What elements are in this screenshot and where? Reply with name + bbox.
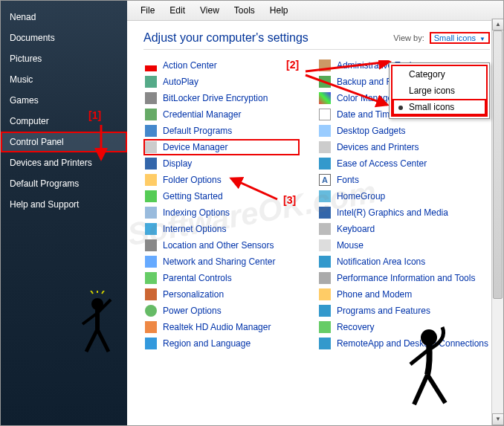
pow-icon (145, 305, 157, 317)
cp-item-device-manager[interactable]: Device Manager (143, 139, 300, 155)
cp-item-power-options[interactable]: Power Options (143, 303, 300, 319)
cp-item-desktop-gadgets[interactable]: Desktop Gadgets (317, 123, 490, 139)
cp-item-notification-area-icons[interactable]: Notification Area Icons (317, 254, 490, 270)
phone-icon (319, 288, 331, 300)
dropdown-option-large-icons[interactable]: Large icons (392, 83, 486, 99)
cp-item-label: Personalization (163, 289, 224, 300)
sidebar-item-documents[interactable]: Documents (1, 28, 127, 48)
cp-item-label: HomeGroup (337, 191, 385, 201)
cp-item-label: Indexing Options (163, 207, 230, 218)
ie-icon (145, 223, 157, 235)
cp-item-label: BitLocker Drive Encryption (163, 93, 268, 103)
cp-item-folder-options[interactable]: Folder Options (143, 172, 300, 188)
dropdown-option-label: Category (409, 69, 445, 80)
scroll-down-button[interactable]: ▼ (492, 413, 504, 425)
view-by-label: View by: (393, 33, 424, 42)
remote-icon (319, 338, 331, 349)
cp-item-getting-started[interactable]: Getting Started (143, 188, 300, 204)
cp-item-display[interactable]: Display (143, 155, 300, 172)
cp-item-default-programs[interactable]: Default Programs (143, 123, 300, 139)
vertical-scrollbar[interactable]: ▲ ▼ (491, 19, 503, 425)
cp-item-devices-and-printers[interactable]: Devices and Printers (317, 139, 490, 155)
dropdown-option-small-icons[interactable]: Small icons (392, 99, 486, 115)
disp-icon (145, 158, 157, 170)
cp-item-network-and-sharing-center[interactable]: Network and Sharing Center (143, 254, 300, 270)
home-icon (319, 190, 331, 202)
menu-tools[interactable]: Tools (227, 4, 262, 17)
menu-help[interactable]: Help (262, 4, 296, 17)
cp-item-location-and-other-sensors[interactable]: Location and Other Sensors (143, 237, 300, 254)
cp-item-keyboard[interactable]: Keyboard (317, 221, 490, 237)
view-by-dropdown: CategoryLarge iconsSmall icons (389, 62, 490, 119)
admin-icon (319, 59, 331, 71)
cp-item-action-center[interactable]: Action Center (143, 57, 300, 74)
menu-file[interactable]: File (133, 4, 162, 17)
view-by-dropdown-trigger[interactable]: Small icons ▼ (430, 32, 490, 44)
flag-icon (145, 59, 157, 71)
cp-item-phone-and-modem[interactable]: Phone and Modem (317, 286, 490, 303)
play-icon (145, 76, 157, 88)
cp-item-label: Programs and Features (337, 306, 430, 316)
cp-item-label: RemoteApp and Desktop Connections (337, 338, 488, 349)
cp-item-label: Performance Information and Tools (337, 273, 476, 283)
scroll-thumb[interactable] (493, 30, 503, 299)
cp-item-label: Desktop Gadgets (337, 126, 406, 136)
cp-item-label: Network and Sharing Center (163, 256, 275, 267)
menu-view[interactable]: View (193, 4, 227, 17)
cp-item-intel-r-graphics-and-media[interactable]: Intel(R) Graphics and Media (317, 204, 490, 221)
cp-item-personalization[interactable]: Personalization (143, 286, 300, 303)
cp-item-region-and-language[interactable]: Region and Language (143, 335, 300, 352)
cp-item-parental-controls[interactable]: Parental Controls (143, 270, 300, 286)
cp-item-indexing-options[interactable]: Indexing Options (143, 204, 300, 221)
page-title: Adjust your computer's settings (143, 31, 308, 45)
bullet-selected-icon (398, 106, 403, 110)
cp-item-performance-information-and-tools[interactable]: Performance Information and Tools (317, 270, 490, 286)
scroll-up-button[interactable]: ▲ (492, 19, 504, 30)
cp-item-label: Default Programs (163, 126, 232, 136)
sidebar-item-computer[interactable]: Computer (1, 111, 127, 132)
cp-item-programs-and-features[interactable]: Programs and Features (317, 303, 490, 319)
reg-icon (145, 338, 157, 349)
cp-item-fonts[interactable]: AFonts (317, 172, 490, 188)
sidebar-item-devices-and-printers[interactable]: Devices and Printers (1, 152, 127, 173)
cp-item-bitlocker-drive-encryption[interactable]: BitLocker Drive Encryption (143, 90, 300, 106)
menu-edit[interactable]: Edit (162, 4, 193, 17)
dropdown-option-category[interactable]: Category (392, 66, 486, 83)
print-icon (319, 141, 331, 153)
cp-item-label: Phone and Modem (337, 289, 412, 300)
sidebar-item-games[interactable]: Games (1, 90, 127, 111)
sidebar-item-nenad[interactable]: Nenad (1, 7, 127, 28)
cp-item-internet-options[interactable]: Internet Options (143, 221, 300, 237)
cp-item-recovery[interactable]: Recovery (317, 319, 490, 335)
par-icon (145, 272, 157, 284)
cp-item-ease-of-access-center[interactable]: Ease of Access Center (317, 155, 490, 172)
control-panel-window: FileEditViewToolsHelp Adjust your comput… (127, 1, 503, 425)
sidebar-item-help-and-support[interactable]: Help and Support (1, 194, 127, 215)
content-area: Adjust your computer's settings View by:… (127, 21, 503, 425)
cp-item-label: Credential Manager (163, 109, 241, 120)
cp-item-label: Recovery (337, 322, 375, 332)
cp-item-label: Keyboard (337, 224, 375, 234)
cp-item-label: Folder Options (163, 175, 222, 185)
font-icon: A (319, 174, 331, 186)
bak-icon (319, 76, 331, 88)
cp-item-mouse[interactable]: Mouse (317, 237, 490, 254)
lock-icon (145, 92, 157, 104)
idx-icon (145, 207, 157, 219)
cp-item-credential-manager[interactable]: Credential Manager (143, 106, 300, 123)
hd-icon (145, 321, 157, 333)
sidebar-item-pictures[interactable]: Pictures (1, 48, 127, 69)
cp-item-autoplay[interactable]: AutoPlay (143, 74, 300, 90)
cp-item-label: Intel(R) Graphics and Media (337, 207, 448, 218)
sidebar-item-control-panel[interactable]: Control Panel (1, 132, 127, 152)
sidebar-item-default-programs[interactable]: Default Programs (1, 173, 127, 194)
sidebar-item-music[interactable]: Music (1, 69, 127, 90)
mouse-icon (319, 239, 331, 251)
cp-item-label: Fonts (337, 175, 359, 185)
cp-item-homegroup[interactable]: HomeGroup (317, 188, 490, 204)
cp-item-remoteapp-and-desktop-connections[interactable]: RemoteApp and Desktop Connections (317, 335, 490, 352)
cp-item-label: Ease of Access Center (337, 158, 427, 169)
cp-item-realtek-hd-audio-manager[interactable]: Realtek HD Audio Manager (143, 319, 300, 335)
cp-item-label: Location and Other Sensors (163, 240, 274, 251)
scroll-track[interactable] (492, 30, 503, 413)
